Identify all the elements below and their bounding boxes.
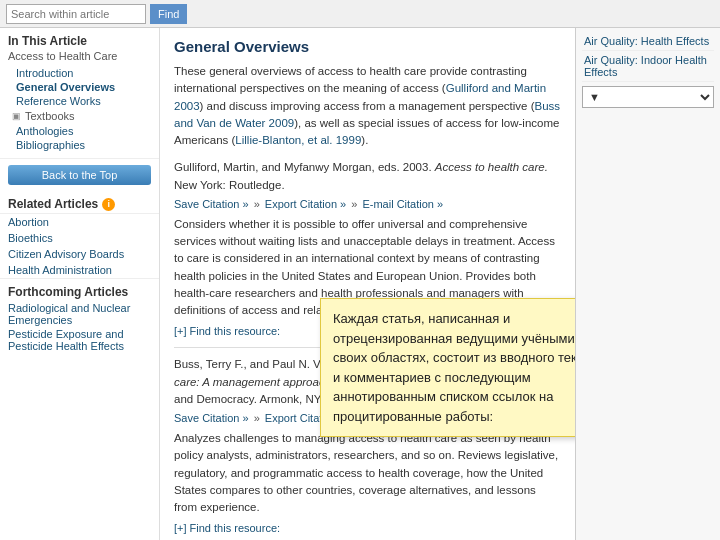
main-content: General Overviews These general overview…: [160, 28, 575, 540]
email-citation-1[interactable]: E-mail Citation »: [362, 198, 443, 210]
top-bar: Find: [0, 0, 720, 28]
nav-reference-works[interactable]: Reference Works: [8, 94, 151, 108]
in-this-article-section: In This Article Access to Health Care In…: [0, 28, 159, 159]
save-citation-1[interactable]: Save Citation »: [174, 198, 249, 210]
right-panel: General Overviews These general overview…: [160, 28, 720, 540]
quality-item-2[interactable]: Air Quality: Indoor Health Effects: [582, 51, 714, 82]
citation-1-authors: Gulliford, Martin, and Myfanwy Morgan, e…: [174, 159, 561, 194]
sidebar: In This Article Access to Health Care In…: [0, 28, 160, 540]
citation-2-desc: Analyzes challenges to managing access t…: [174, 430, 561, 516]
nav-anthologies[interactable]: Anthologies: [8, 124, 151, 138]
export-citation-1[interactable]: Export Citation »: [265, 198, 346, 210]
access-to-health-care-subtitle: Access to Health Care: [8, 50, 151, 62]
related-bioethics[interactable]: Bioethics: [0, 230, 159, 246]
related-articles-label: Related Articles: [8, 197, 98, 211]
save-citation-2[interactable]: Save Citation »: [174, 412, 249, 424]
related-citizen-advisory-boards[interactable]: Citizen Advisory Boards: [0, 246, 159, 262]
info-icon[interactable]: i: [102, 198, 115, 211]
textbooks-label: Textbooks: [8, 108, 151, 124]
related-health-administration[interactable]: Health Administration: [0, 262, 159, 278]
search-input[interactable]: [6, 4, 146, 24]
page-title: General Overviews: [174, 38, 561, 55]
link-buss[interactable]: Buss and Van de Water 2009: [174, 100, 560, 129]
nav-bibliographies[interactable]: Bibliographies: [8, 138, 151, 152]
link-gulliford[interactable]: Gulliford and Martin 2003: [174, 82, 546, 111]
link-lillie[interactable]: Lillie-Blanton, et al. 1999: [235, 134, 361, 146]
related-articles-header: Related Articles i: [0, 191, 159, 214]
nav-introduction[interactable]: Introduction: [8, 66, 151, 80]
in-this-article-title: In This Article: [8, 34, 151, 48]
tooltip-overlay: Каждая статья, написанная и отрецензиров…: [320, 298, 575, 437]
citation-1-actions: Save Citation » » Export Citation » » E-…: [174, 198, 561, 210]
main-layout: In This Article Access to Health Care In…: [0, 28, 720, 540]
quality-item-1[interactable]: Air Quality: Health Effects: [582, 32, 714, 51]
nav-general-overviews[interactable]: General Overviews: [8, 80, 151, 94]
tooltip-text: Каждая статья, написанная и отрецензиров…: [333, 311, 575, 424]
related-abortion[interactable]: Abortion: [0, 214, 159, 230]
find-button[interactable]: Find: [150, 4, 187, 24]
quality-panel: Air Quality: Health Effects Air Quality:…: [575, 28, 720, 540]
quality-dropdown[interactable]: ▼: [582, 86, 714, 108]
find-resource-link-2[interactable]: [+] Find this resource:: [174, 522, 280, 534]
find-resource-2: [+] Find this resource:: [174, 522, 561, 534]
forthcoming-radiological[interactable]: Radiological and Nuclear Emergencies: [0, 301, 159, 327]
find-resource-link-1[interactable]: [+] Find this resource:: [174, 325, 280, 337]
back-to-top-button[interactable]: Back to the Top: [8, 165, 151, 185]
intro-text: These general overviews of access to hea…: [174, 63, 561, 149]
forthcoming-pesticide[interactable]: Pesticide Exposure and Pesticide Health …: [0, 327, 159, 353]
forthcoming-articles-title: Forthcoming Articles: [0, 278, 159, 301]
